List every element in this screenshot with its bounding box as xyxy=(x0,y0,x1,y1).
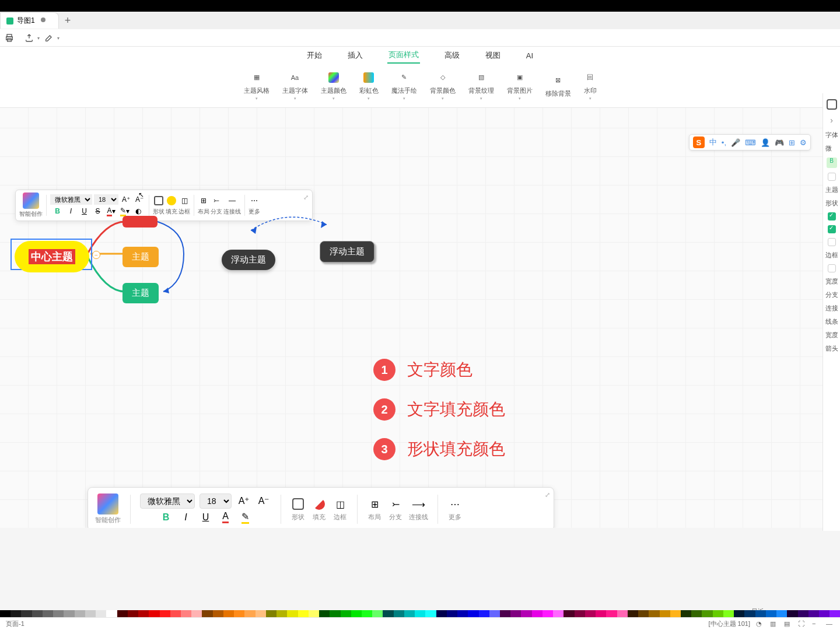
color-swatch[interactable] xyxy=(266,610,276,617)
font-family-select-2[interactable]: 微软雅黑 xyxy=(140,494,195,509)
color-swatch[interactable] xyxy=(734,610,744,617)
color-swatch[interactable] xyxy=(319,610,330,617)
color-swatch[interactable] xyxy=(351,610,362,617)
ime-game-icon[interactable]: 🎮 xyxy=(775,138,784,147)
color-swatch[interactable] xyxy=(298,610,309,617)
fill-button[interactable] xyxy=(166,195,177,206)
increase-font-button[interactable]: A⁺ xyxy=(120,194,132,205)
bold-indicator[interactable]: B xyxy=(827,158,837,168)
highlight-2[interactable]: ✎ xyxy=(238,510,253,525)
color-swatch[interactable] xyxy=(415,610,425,617)
increase-font-2[interactable]: A⁺ xyxy=(236,494,251,509)
color-swatch[interactable] xyxy=(32,610,43,617)
border-2[interactable]: ◫ xyxy=(332,496,348,512)
color-swatch[interactable] xyxy=(372,610,383,617)
decrease-font-2[interactable]: A⁻ xyxy=(256,494,271,509)
underline-2[interactable]: U xyxy=(198,510,214,525)
color-swatch[interactable] xyxy=(21,610,32,617)
color-swatch[interactable] xyxy=(287,610,298,617)
shape-button[interactable] xyxy=(153,195,164,206)
color-swatch[interactable] xyxy=(436,610,447,617)
menu-ai[interactable]: AI xyxy=(525,49,534,62)
color-swatch[interactable] xyxy=(617,610,628,617)
color-swatch[interactable] xyxy=(500,610,510,617)
color-swatch[interactable] xyxy=(138,610,149,617)
ime-lang[interactable]: 中 xyxy=(709,137,717,148)
color-swatch[interactable] xyxy=(256,610,266,617)
collapse-handle[interactable]: − xyxy=(92,251,100,259)
tab-close-icon[interactable] xyxy=(41,18,46,22)
document-tab[interactable]: 导图1 xyxy=(0,12,59,29)
color-swatch[interactable] xyxy=(575,610,585,617)
panel-toggle-icon[interactable] xyxy=(827,99,837,110)
bold-2[interactable]: B xyxy=(159,510,174,525)
zoom-slider[interactable]: — xyxy=(826,620,834,628)
color-swatch[interactable] xyxy=(457,610,468,617)
color-swatch[interactable] xyxy=(341,610,351,617)
font-size-select[interactable]: 18 xyxy=(94,194,118,205)
color-swatch[interactable] xyxy=(53,610,64,617)
color-swatch[interactable] xyxy=(542,610,553,617)
color-swatch[interactable] xyxy=(766,610,776,617)
color-swatch[interactable] xyxy=(521,610,531,617)
color-swatch[interactable] xyxy=(181,610,191,617)
color-swatch[interactable] xyxy=(489,610,500,617)
color-swatch[interactable] xyxy=(479,610,489,617)
color-swatch[interactable] xyxy=(64,610,74,617)
color-swatch[interactable] xyxy=(713,610,723,617)
page-indicator[interactable]: 页面-1 xyxy=(6,620,24,628)
color-swatch[interactable] xyxy=(510,610,521,617)
menu-start[interactable]: 开始 xyxy=(306,48,323,63)
color-swatch[interactable] xyxy=(10,610,21,617)
pin-icon[interactable]: ⤢ xyxy=(303,194,309,201)
topic-node-red[interactable] xyxy=(123,216,158,228)
floating-topic-1[interactable]: 浮动主题 xyxy=(222,250,275,270)
color-swatch[interactable] xyxy=(85,610,96,617)
italic-button[interactable]: I xyxy=(65,205,77,217)
bold-button[interactable]: B xyxy=(52,205,64,217)
color-swatch[interactable] xyxy=(744,610,755,617)
zoom-out-button[interactable]: − xyxy=(812,620,820,628)
ime-toolbar[interactable]: S 中 •, 🎤 ⌨ 👤 🎮 ⊞ ⚙ xyxy=(689,134,811,150)
more-2[interactable]: ⋯ xyxy=(447,496,463,512)
magic-draw-button[interactable]: ✎魔法手绘 xyxy=(391,71,417,101)
color-swatch[interactable] xyxy=(106,610,117,617)
color-swatch[interactable] xyxy=(755,610,766,617)
font-color-2[interactable]: A xyxy=(218,510,233,525)
pin-icon-2[interactable]: ⤢ xyxy=(545,491,550,499)
shape-2[interactable] xyxy=(290,496,306,512)
color-swatch[interactable] xyxy=(819,610,830,617)
color-swatch[interactable] xyxy=(723,610,734,617)
color-swatch[interactable] xyxy=(638,610,649,617)
color-swatch[interactable] xyxy=(394,610,404,617)
color-swatch[interactable] xyxy=(808,610,819,617)
color-swatch[interactable] xyxy=(202,610,212,617)
color-swatch[interactable] xyxy=(628,610,638,617)
color-swatch[interactable] xyxy=(660,610,670,617)
more-button[interactable]: ⋯ xyxy=(249,195,260,206)
menu-page-style[interactable]: 页面样式 xyxy=(387,47,420,64)
color-swatch[interactable] xyxy=(649,610,659,617)
color-swatch[interactable] xyxy=(532,610,542,617)
checkbox-3[interactable] xyxy=(828,225,836,233)
color-swatch[interactable] xyxy=(117,610,128,617)
color-swatch[interactable] xyxy=(75,610,85,617)
bg-image-button[interactable]: ▣背景图片 xyxy=(507,71,533,101)
ime-person-icon[interactable]: 👤 xyxy=(761,138,770,147)
color-swatch[interactable] xyxy=(234,610,244,617)
rainbow-button[interactable]: 彩虹色 xyxy=(359,71,379,101)
color-swatch[interactable] xyxy=(404,610,415,617)
checkbox-1[interactable] xyxy=(828,173,836,181)
ime-keyboard-icon[interactable]: ⌨ xyxy=(745,138,756,147)
topic-node-green[interactable]: 主题 xyxy=(123,283,159,303)
color-swatch[interactable] xyxy=(160,610,170,617)
layout-2[interactable]: ⊞ xyxy=(367,496,382,512)
color-swatch[interactable] xyxy=(776,610,787,617)
sb-icon-3[interactable]: ▤ xyxy=(784,620,792,628)
color-swatch[interactable] xyxy=(149,610,159,617)
color-swatch[interactable] xyxy=(596,610,606,617)
underline-button[interactable]: U xyxy=(79,205,90,217)
color-swatch[interactable] xyxy=(191,610,202,617)
ime-grid-icon[interactable]: ⊞ xyxy=(789,138,795,147)
color-swatch[interactable] xyxy=(96,610,106,617)
